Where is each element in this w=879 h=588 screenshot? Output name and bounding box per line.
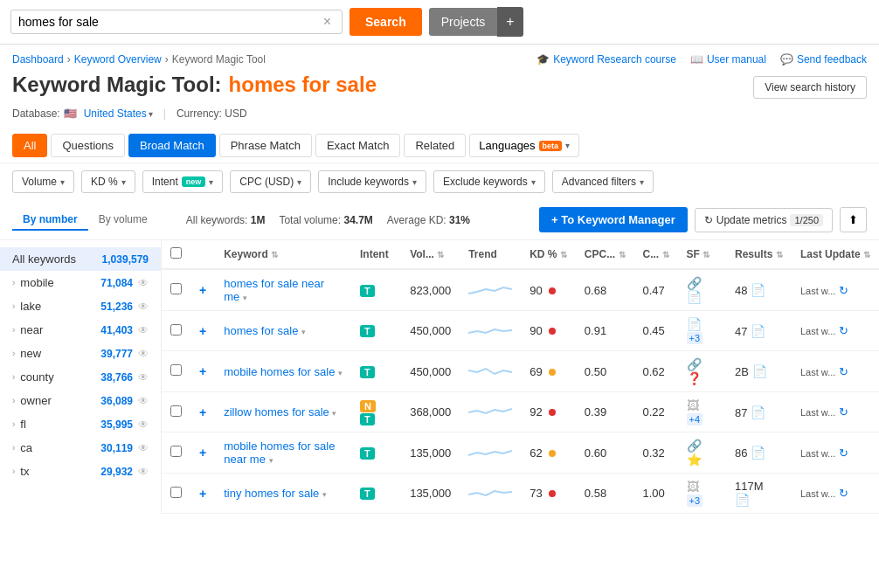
projects-add-button[interactable]: + [497,7,523,37]
by-number-tab[interactable]: By number [12,210,88,231]
results-doc-icon: 📄 [751,446,765,460]
refresh-icon[interactable]: ↻ [839,446,848,460]
projects-button[interactable]: Projects [429,8,498,36]
select-all-checkbox[interactable] [170,247,182,259]
refresh-icon[interactable]: ↻ [839,324,848,337]
plus-badge: +3 [687,495,703,507]
sidebar-item-ca[interactable]: › ca 30,119 👁 [0,436,161,460]
keyword-link[interactable]: zillow homes for sale [224,405,329,419]
total-volume-stat: Total volume: 34.7M [279,214,372,226]
sidebar-item-lake[interactable]: › lake 51,236 👁 [0,294,161,318]
search-bar: × Search Projects + [0,0,879,45]
new-badge: new [182,176,206,187]
search-button[interactable]: Search [350,8,422,36]
intent-filter[interactable]: Intent new ▾ [142,170,224,193]
col-keyword: Keyword ⇅ [215,240,351,269]
results-doc-icon: 📄 [751,324,765,338]
sidebar-item-mobile[interactable]: › mobile 71,084 👁 [0,271,161,294]
by-tabs: By number By volume [12,210,158,231]
col-sf: SF ⇅ [678,240,726,269]
add-keyword-icon[interactable]: + [199,446,206,460]
page-title: Keyword Magic Tool: homes for sale [12,73,377,97]
chevron-right-icon: › [12,443,15,453]
add-keyword-icon[interactable]: + [199,324,206,338]
refresh-icon: ↻ [704,214,713,226]
volume-filter[interactable]: Volume ▾ [12,170,74,193]
refresh-icon[interactable]: ↻ [839,487,848,500]
keyword-link[interactable]: mobile homes for sale near me [224,439,335,466]
add-keyword-icon[interactable]: + [199,487,206,501]
eye-icon: 👁 [138,371,149,384]
sidebar-item-fl[interactable]: › fl 35,995 👁 [0,412,161,436]
database-country-link[interactable]: United States ▾ [84,107,153,120]
keyword-link[interactable]: homes for sale near me [224,277,324,303]
add-keyword-icon[interactable]: + [199,283,206,297]
cpc-filter[interactable]: CPC (USD) ▾ [230,170,311,193]
chevron-down-icon: ▾ [60,177,65,187]
advanced-filters[interactable]: Advanced filters ▾ [552,170,654,193]
row-checkbox[interactable] [170,405,182,417]
eye-icon: 👁 [138,395,149,407]
chevron-right-icon: › [12,467,15,476]
trend-chart [468,321,512,338]
sidebar-item-all-keywords[interactable]: All keywords 1,039,579 [0,247,161,271]
database-row: Database: 🇺🇸 United States ▾ | Currency:… [0,104,879,128]
breadcrumb-research-link[interactable]: 🎓 Keyword Research course [536,53,676,66]
chevron-down-icon: ▾ [338,369,343,377]
tab-exact-match[interactable]: Exact Match [315,134,401,157]
tab-languages[interactable]: Languages beta ▾ [469,134,579,157]
doc-icon: 📄 [687,317,702,331]
chevron-right-icon: › [12,278,15,287]
by-volume-tab[interactable]: By volume [88,210,158,231]
sidebar-item-owner[interactable]: › owner 36,089 👁 [0,389,161,412]
keyword-link[interactable]: homes for sale [224,324,298,337]
sidebar-item-new[interactable]: › new 39,777 👁 [0,342,161,365]
row-checkbox[interactable] [170,487,182,498]
sidebar: All keywords 1,039,579 › mobile 71,084 👁… [0,240,162,514]
breadcrumb-dashboard[interactable]: Dashboard [12,53,64,66]
clear-button[interactable]: × [320,14,335,30]
sidebar-item-tx[interactable]: › tx 29,932 👁 [0,460,161,483]
add-keyword-icon[interactable]: + [199,364,206,378]
chevron-right-icon: › [12,349,15,358]
star-icon: ⭐ [687,453,702,467]
search-input[interactable] [18,15,320,29]
breadcrumb-manual-link[interactable]: 📖 User manual [690,53,766,66]
chevron-down-icon: ▾ [243,294,247,302]
book-icon: 📖 [690,53,703,66]
refresh-icon[interactable]: ↻ [839,365,848,378]
kd-dot [549,490,556,497]
kd-filter[interactable]: KD % ▾ [81,170,135,193]
include-keywords-filter[interactable]: Include keywords ▾ [318,170,426,193]
row-checkbox[interactable] [170,283,182,294]
tab-broad-match[interactable]: Broad Match [128,134,216,157]
col-c: C... ⇅ [634,240,678,269]
refresh-icon[interactable]: ↻ [839,405,848,419]
intent-badge: T [360,447,375,460]
sort-icon: ⇅ [662,250,669,259]
chevron-right-icon: › [12,396,15,405]
row-checkbox[interactable] [170,364,182,376]
breadcrumb-keyword-overview[interactable]: Keyword Overview [74,53,162,66]
tab-all[interactable]: All [12,134,47,157]
export-button[interactable]: ⬆ [840,207,867,232]
refresh-icon[interactable]: ↻ [839,284,848,297]
tab-phrase-match[interactable]: Phrase Match [219,134,312,157]
row-checkbox[interactable] [170,324,182,336]
tab-related[interactable]: Related [404,134,466,157]
add-keyword-icon[interactable]: + [199,405,206,419]
currency-label: Currency: USD [176,107,247,120]
intent-badge: T [360,325,375,337]
exclude-keywords-filter[interactable]: Exclude keywords ▾ [433,170,545,193]
plus-badge: +3 [687,332,703,344]
keyword-manager-button[interactable]: + To Keyword Manager [539,207,688,232]
tab-questions[interactable]: Questions [51,134,125,157]
sidebar-item-county[interactable]: › county 38,766 👁 [0,365,161,389]
row-checkbox[interactable] [170,446,182,457]
keyword-link[interactable]: mobile homes for sale [224,365,335,378]
keyword-link[interactable]: tiny homes for sale [224,487,319,500]
sidebar-item-near[interactable]: › near 41,403 👁 [0,318,161,342]
view-history-button[interactable]: View search history [753,76,867,99]
breadcrumb-feedback-link[interactable]: 💬 Send feedback [780,53,867,66]
update-metrics-button[interactable]: ↻ Update metrics 1/250 [695,208,833,232]
